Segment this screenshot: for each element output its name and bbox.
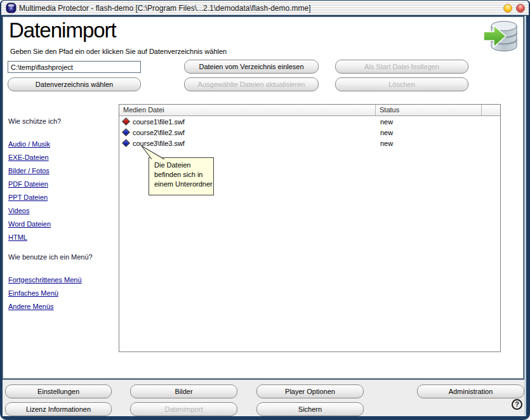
tooltip-line: Die Dateien <box>154 161 213 170</box>
save-button[interactable]: Sichern <box>256 402 364 416</box>
data-import-button[interactable]: Datenimport <box>130 402 237 416</box>
list-rows: course1\file1.swfnewcourse2\file2.swfnew… <box>119 116 500 148</box>
administration-button[interactable]: Administration <box>417 384 524 398</box>
main-panel: Datenimport Geben Sie den Pfad ein oder … <box>3 16 524 379</box>
list-header: Medien Datei Status <box>119 105 500 116</box>
title-bar[interactable]: Multimedia Protector - flash-demo [C:\Pr… <box>1 1 529 15</box>
read-files-button[interactable]: Dateien vom Verzeichnis einlesen <box>184 60 319 74</box>
sidebar-link[interactable]: PPT Dateien <box>8 194 51 207</box>
settings-button[interactable]: Einstellungen <box>5 384 112 398</box>
sidebar-link[interactable]: Andere Menüs <box>8 303 82 316</box>
sidebar-link[interactable]: EXE-Dateien <box>8 154 51 167</box>
sidebar-link[interactable]: Einfaches Menü <box>8 289 82 303</box>
status-cell: new <box>376 129 482 136</box>
close-button[interactable] <box>516 4 525 13</box>
blue-diamond-icon <box>122 128 130 136</box>
sidebar-link[interactable]: Audio / Musik <box>8 140 51 154</box>
database-import-icon <box>482 20 519 54</box>
page-title: Datenimport <box>9 18 116 43</box>
footer-bar: Einstellungen Bilder Player Optionen Adm… <box>3 379 526 416</box>
status-cell: new <box>376 118 482 126</box>
table-row[interactable]: course3\file3.swfnew <box>119 138 500 148</box>
media-file-list: Medien Datei Status course1\file1.swfnew… <box>119 104 501 352</box>
path-input[interactable] <box>8 61 141 73</box>
page-subtitle: Geben Sie den Pfad ein oder klicken Sie … <box>10 48 227 55</box>
choose-directory-button[interactable]: Datenverzeichnis wählen <box>8 77 141 91</box>
column-header-status[interactable]: Status <box>376 105 482 115</box>
minimize-button[interactable] <box>503 4 512 13</box>
update-selected-button[interactable]: Ausgewählte Dateien aktualisieren <box>184 77 319 91</box>
tooltip-tail <box>139 144 168 161</box>
sidebar-link[interactable]: Videos <box>8 207 51 220</box>
sidebar-menu-links: Fortgeschrittenes MenüEinfaches MenüAnde… <box>8 276 82 316</box>
sidebar-link[interactable]: Bilder / Fotos <box>8 167 51 180</box>
player-options-button[interactable]: Player Optionen <box>256 384 364 398</box>
sidebar-link[interactable]: Word Dateien <box>8 220 51 233</box>
help-icon[interactable]: ? <box>512 399 522 410</box>
red-diamond-icon <box>122 117 130 126</box>
column-header-empty <box>482 105 500 115</box>
sidebar-protect-links: Audio / MusikEXE-DateienBilder / FotosPD… <box>8 140 51 247</box>
sidebar-heading-menu: Wie benutze ich ein Menü? <box>8 253 93 261</box>
file-cell: course2\file2.swf <box>119 129 376 136</box>
file-name: course1\file1.swf <box>133 118 185 126</box>
file-name: course2\file2.swf <box>133 129 185 136</box>
window-title: Multimedia Protector - flash-demo [C:\Pr… <box>19 4 311 13</box>
license-info-button[interactable]: Lizenz Informationen <box>5 402 112 416</box>
sidebar-link[interactable]: Fortgeschrittenes Menü <box>8 276 82 289</box>
table-row[interactable]: course1\file1.swfnew <box>119 116 500 127</box>
delete-button[interactable]: Löschen <box>335 77 468 91</box>
app-icon <box>6 3 17 13</box>
sidebar-link[interactable]: HTML <box>8 233 51 247</box>
images-button[interactable]: Bilder <box>130 384 237 398</box>
sidebar-link[interactable]: PDF Dateien <box>8 180 51 194</box>
tooltip-line: einem Unterordner <box>154 180 213 189</box>
window-edge-stripe <box>524 16 526 416</box>
column-header-media-file[interactable]: Medien Datei <box>119 105 376 115</box>
status-cell: new <box>376 140 482 147</box>
app-window: Multimedia Protector - flash-demo [C:\Pr… <box>0 0 530 420</box>
file-cell: course1\file1.swf <box>119 118 376 126</box>
sidebar-heading-protect: Wie schütze ich? <box>8 117 61 125</box>
tooltip-subfolder-note: Die Dateienbefinden sich ineinem Unteror… <box>149 157 214 195</box>
table-row[interactable]: course2\file2.swfnew <box>119 127 500 138</box>
tooltip-line: befinden sich in <box>154 170 213 180</box>
set-start-file-button[interactable]: Als Start Datei festlegen <box>335 60 468 74</box>
blue-diamond-icon <box>122 139 130 147</box>
